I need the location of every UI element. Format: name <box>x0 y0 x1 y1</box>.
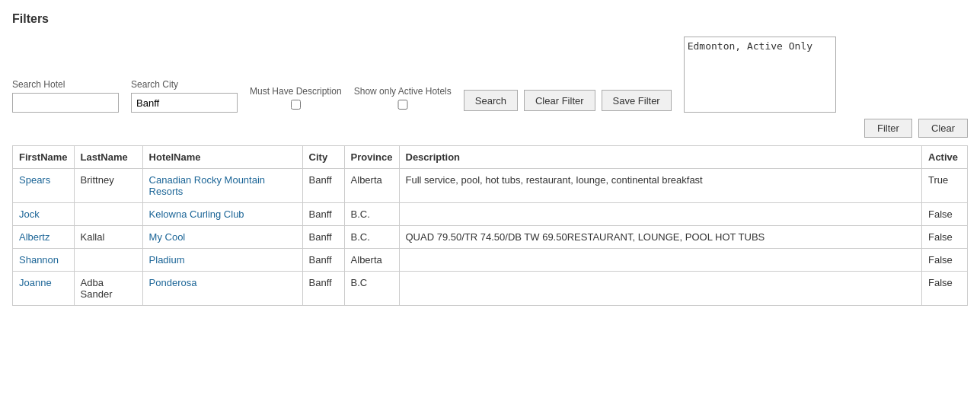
link-hotelname[interactable]: Kelowna Curling Club <box>149 208 244 220</box>
cell-province: B.C. <box>344 226 399 249</box>
cell-province: B.C. <box>344 203 399 226</box>
cell-firstname[interactable]: Jock <box>13 203 75 226</box>
cell-city: Banff <box>302 169 344 203</box>
cell-description <box>399 249 922 272</box>
cell-hotelname[interactable]: Canadian Rocky Mountain Resorts <box>142 169 302 203</box>
cell-lastname <box>74 203 142 226</box>
col-header-active: Active <box>922 146 968 169</box>
link-firstname[interactable]: Joanne <box>19 277 52 288</box>
link-firstname[interactable]: Shannon <box>19 254 59 266</box>
cell-firstname[interactable]: Albertz <box>13 226 75 249</box>
table-row: JockKelowna Curling ClubBanffB.C.False <box>13 203 968 226</box>
col-header-province: Province <box>344 146 399 169</box>
cell-lastname <box>74 249 142 272</box>
col-header-hotelname: HotelName <box>142 146 302 169</box>
col-header-city: City <box>302 146 344 169</box>
results-table: FirstName LastName HotelName City Provin… <box>12 145 968 306</box>
cell-firstname[interactable]: Shannon <box>13 249 75 272</box>
must-have-description-label: Must Have Description <box>250 86 342 97</box>
cell-active: False <box>922 272 968 306</box>
search-hotel-label: Search Hotel <box>12 79 119 90</box>
save-filter-button[interactable]: Save Filter <box>602 90 672 111</box>
saved-filters-box[interactable]: Edmonton, Active Only <box>684 37 836 113</box>
cell-hotelname[interactable]: Kelowna Curling Club <box>142 203 302 226</box>
cell-city: Banff <box>302 226 344 249</box>
action-buttons-group: Search Clear Filter Save Filter <box>464 90 672 113</box>
cell-hotelname[interactable]: Pladium <box>142 249 302 272</box>
clear-filter-button[interactable]: Clear Filter <box>524 90 595 111</box>
table-row: ShannonPladiumBanffAlbertaFalse <box>13 249 968 272</box>
link-hotelname[interactable]: Pladium <box>149 254 185 266</box>
link-firstname[interactable]: Spears <box>19 174 50 186</box>
cell-description: QUAD 79.50/TR 74.50/DB TW 69.50RESTAURAN… <box>399 226 922 249</box>
clear-button[interactable]: Clear <box>918 119 968 138</box>
col-header-firstname: FirstName <box>13 146 75 169</box>
cell-city: Banff <box>302 272 344 306</box>
search-hotel-group: Search Hotel <box>12 79 119 113</box>
cell-firstname[interactable]: Joanne <box>13 272 75 306</box>
cell-city: Banff <box>302 203 344 226</box>
table-header-row: FirstName LastName HotelName City Provin… <box>13 146 968 169</box>
search-city-label: Search City <box>131 79 238 90</box>
show-active-label: Show only Active Hotels <box>354 86 452 97</box>
cell-description <box>399 272 922 306</box>
col-header-lastname: LastName <box>74 146 142 169</box>
filter-action-row: Filter Clear <box>12 119 968 138</box>
cell-lastname: Kallal <box>74 226 142 249</box>
link-hotelname[interactable]: Canadian Rocky Mountain Resorts <box>149 174 265 197</box>
show-active-checkbox[interactable] <box>354 100 452 110</box>
link-firstname[interactable]: Jock <box>19 208 40 220</box>
cell-lastname: Adba Sander <box>74 272 142 306</box>
cell-city: Banff <box>302 249 344 272</box>
cell-description <box>399 203 922 226</box>
cell-lastname: Brittney <box>74 169 142 203</box>
cell-description: Full service, pool, hot tubs, restaurant… <box>399 169 922 203</box>
link-firstname[interactable]: Albertz <box>19 231 49 243</box>
table-row: JoanneAdba SanderPonderosaBanffB.CFalse <box>13 272 968 306</box>
table-row: SpearsBrittneyCanadian Rocky Mountain Re… <box>13 169 968 203</box>
link-hotelname[interactable]: Ponderosa <box>149 277 197 288</box>
cell-province: Alberta <box>344 249 399 272</box>
cell-hotelname[interactable]: Ponderosa <box>142 272 302 306</box>
cell-hotelname[interactable]: My Cool <box>142 226 302 249</box>
search-button[interactable]: Search <box>464 90 518 111</box>
cell-active: False <box>922 203 968 226</box>
cell-province: Alberta <box>344 169 399 203</box>
cell-active: False <box>922 249 968 272</box>
filter-button[interactable]: Filter <box>864 119 912 138</box>
search-hotel-input[interactable] <box>12 93 119 113</box>
must-have-description-group: Must Have Description <box>250 86 342 113</box>
cell-province: B.C <box>344 272 399 306</box>
filters-section: Filters Search Hotel Search City Must Ha… <box>12 12 968 138</box>
page-title: Filters <box>12 12 968 26</box>
cell-active: True <box>922 169 968 203</box>
show-active-group: Show only Active Hotels <box>354 86 452 113</box>
link-hotelname[interactable]: My Cool <box>149 231 186 243</box>
table-row: AlbertzKallalMy CoolBanffB.C.QUAD 79.50/… <box>13 226 968 249</box>
cell-firstname[interactable]: Spears <box>13 169 75 203</box>
search-city-group: Search City <box>131 79 238 113</box>
search-city-input[interactable] <box>131 93 238 113</box>
must-have-description-checkbox[interactable] <box>250 100 342 110</box>
filters-row: Search Hotel Search City Must Have Descr… <box>12 37 968 113</box>
col-header-description: Description <box>399 146 922 169</box>
cell-active: False <box>922 226 968 249</box>
